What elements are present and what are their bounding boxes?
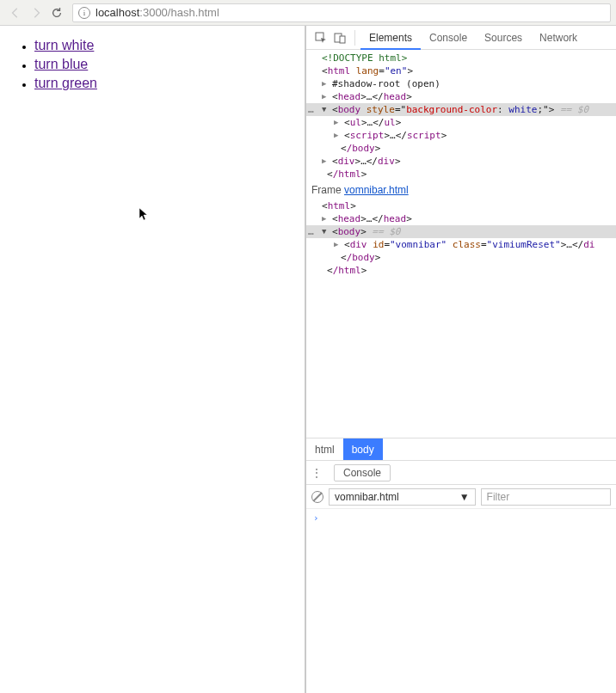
tab-sources[interactable]: Sources bbox=[476, 26, 531, 50]
site-info-icon[interactable]: i bbox=[78, 7, 90, 19]
tab-network[interactable]: Network bbox=[531, 26, 586, 50]
dom-tree[interactable]: <!DOCTYPE html> <html lang="en"> ▶#shado… bbox=[306, 50, 616, 438]
drawer-tab-console[interactable]: Console bbox=[334, 464, 391, 481]
console-context-select[interactable]: vomnibar.html▼ bbox=[329, 488, 476, 506]
link-turn-white[interactable]: turn white bbox=[34, 38, 94, 52]
dom-selected-body: …▼<body style="background-color: white;"… bbox=[306, 103, 616, 116]
frame-link[interactable]: vomnibar.html bbox=[344, 184, 409, 196]
reload-button[interactable] bbox=[46, 3, 67, 23]
clear-console-icon[interactable] bbox=[311, 491, 323, 503]
mouse-cursor-icon bbox=[139, 208, 150, 222]
console-drawer: ⋮ Console vomnibar.html▼ Filter › bbox=[306, 460, 616, 693]
breadcrumb-bar: html body bbox=[306, 438, 616, 460]
browser-toolbar: i localhost:3000/hash.html bbox=[0, 0, 616, 26]
frame-label: Frame vomnibar.html bbox=[306, 181, 616, 199]
device-toggle-icon[interactable] bbox=[330, 28, 349, 47]
crumb-html[interactable]: html bbox=[306, 438, 343, 460]
forward-button[interactable] bbox=[26, 3, 46, 23]
console-filter-input[interactable]: Filter bbox=[481, 488, 611, 506]
console-prompt[interactable]: › bbox=[306, 509, 616, 693]
drawer-menu-icon[interactable]: ⋮ bbox=[306, 466, 327, 480]
address-bar[interactable]: i localhost:3000/hash.html bbox=[72, 3, 611, 22]
address-host: localhost bbox=[95, 6, 139, 19]
page-content: turn white turn blue turn green bbox=[0, 26, 305, 693]
tab-elements[interactable]: Elements bbox=[360, 26, 421, 50]
crumb-body[interactable]: body bbox=[343, 438, 383, 460]
address-path: :3000/hash.html bbox=[139, 6, 219, 19]
link-turn-blue[interactable]: turn blue bbox=[34, 57, 88, 71]
inspect-element-icon[interactable] bbox=[311, 28, 330, 47]
devtools-toolbar: Elements Console Sources Network bbox=[306, 26, 616, 50]
back-button[interactable] bbox=[5, 3, 26, 23]
devtools-panel: Elements Console Sources Network <!DOCTY… bbox=[305, 26, 616, 693]
svg-rect-2 bbox=[340, 36, 345, 43]
link-turn-green[interactable]: turn green bbox=[34, 76, 97, 90]
tab-console[interactable]: Console bbox=[421, 26, 476, 50]
